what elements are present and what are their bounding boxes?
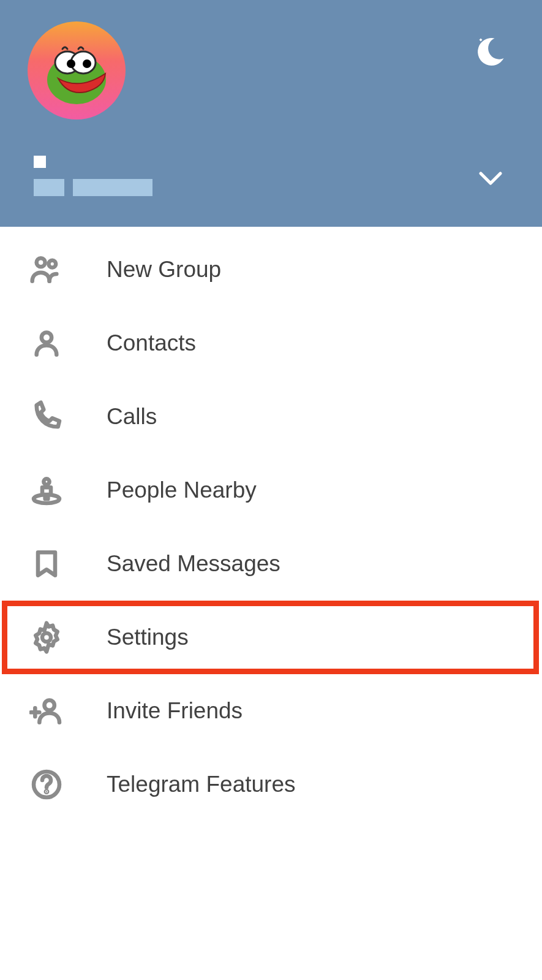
account-info bbox=[34, 156, 152, 196]
expand-accounts-button[interactable] bbox=[476, 164, 505, 193]
drawer-header bbox=[0, 0, 542, 227]
menu-telegram-features[interactable]: Telegram Features bbox=[0, 748, 542, 821]
menu-label: People Nearby bbox=[107, 477, 257, 503]
svg-point-8 bbox=[43, 479, 49, 484]
dark-mode-toggle[interactable] bbox=[472, 34, 508, 70]
svg-point-3 bbox=[67, 59, 75, 68]
menu-calls[interactable]: Calls bbox=[0, 380, 542, 454]
menu-label: Invite Friends bbox=[107, 698, 243, 724]
menu-label: Settings bbox=[107, 625, 189, 650]
moon-icon bbox=[472, 34, 508, 70]
contact-icon bbox=[29, 326, 64, 360]
svg-point-4 bbox=[83, 59, 91, 68]
invite-icon bbox=[29, 694, 64, 728]
svg-point-15 bbox=[46, 791, 47, 792]
avatar-frog-icon bbox=[43, 43, 113, 107]
svg-point-7 bbox=[42, 333, 51, 343]
svg-point-6 bbox=[49, 260, 56, 268]
menu-label: Saved Messages bbox=[107, 551, 280, 577]
people-nearby-icon bbox=[29, 473, 64, 507]
svg-point-11 bbox=[45, 701, 55, 710]
menu-settings[interactable]: Settings bbox=[2, 601, 539, 674]
chevron-down-icon bbox=[476, 164, 505, 193]
menu-contacts[interactable]: Contacts bbox=[0, 306, 542, 380]
menu-label: Calls bbox=[107, 404, 157, 430]
account-phone-redacted bbox=[34, 179, 152, 196]
drawer-menu: New Group Contacts Calls People Nearby S… bbox=[0, 227, 542, 821]
menu-label: Telegram Features bbox=[107, 772, 295, 797]
phone-icon bbox=[29, 400, 64, 434]
bookmark-icon bbox=[29, 547, 64, 581]
menu-label: Contacts bbox=[107, 330, 196, 356]
avatar[interactable] bbox=[28, 21, 126, 120]
menu-new-group[interactable]: New Group bbox=[0, 233, 542, 306]
help-icon bbox=[29, 767, 64, 802]
menu-invite-friends[interactable]: Invite Friends bbox=[0, 674, 542, 748]
menu-saved-messages[interactable]: Saved Messages bbox=[0, 527, 542, 601]
svg-point-10 bbox=[42, 633, 51, 642]
account-name-redacted bbox=[34, 156, 152, 168]
gear-icon bbox=[29, 620, 64, 655]
menu-people-nearby[interactable]: People Nearby bbox=[0, 454, 542, 527]
menu-label: New Group bbox=[107, 257, 221, 283]
svg-point-5 bbox=[37, 258, 45, 267]
group-icon bbox=[29, 253, 64, 287]
